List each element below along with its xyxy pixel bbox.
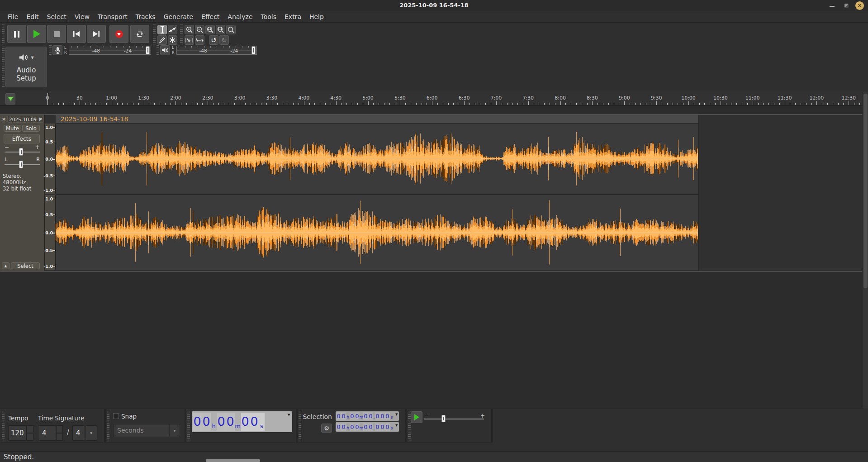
undo-button[interactable]: ↺ <box>209 35 218 45</box>
skip-to-end-button[interactable] <box>87 25 106 43</box>
timeline-ruler[interactable]: 0301:001:302:002:303:003:304:004:305:005… <box>47 92 862 105</box>
gain-slider-handle[interactable] <box>19 148 23 156</box>
time-digit[interactable]: 0 <box>250 413 259 431</box>
time-unit[interactable]: m <box>360 412 363 420</box>
multi-tool-button[interactable] <box>168 35 177 45</box>
time-digit[interactable]: 0 <box>385 412 390 420</box>
time-digit[interactable]: 0 <box>363 412 368 420</box>
time-digit[interactable]: 0 <box>375 423 380 431</box>
menu-item-effect[interactable]: Effect <box>197 11 223 23</box>
play-at-speed-button[interactable] <box>411 411 422 423</box>
time-digit[interactable]: 0 <box>193 413 202 431</box>
waveform-canvas-right[interactable] <box>56 195 698 270</box>
track-collapse-button[interactable]: ▲ <box>2 262 9 269</box>
vertical-scale-right-channel[interactable]: 1.00.50.0-0.5-1.0 <box>45 195 56 270</box>
tools-toolbar-grip[interactable] <box>153 24 156 45</box>
clip-title-bar[interactable]: 2025-10-09 16-54-18 <box>56 115 698 124</box>
recording-meter-bar[interactable]: -48-24 <box>69 46 151 55</box>
trim-audio-button[interactable] <box>185 35 194 45</box>
time-digit[interactable]: 0 <box>241 413 250 431</box>
menu-item-tracks[interactable]: Tracks <box>132 11 160 23</box>
snap-checkbox[interactable] <box>113 413 119 419</box>
play-button[interactable] <box>27 25 46 43</box>
ts-upper-input[interactable]: 4 <box>38 425 56 441</box>
time-digit[interactable]: 0 <box>350 423 355 431</box>
loop-button[interactable] <box>130 25 149 43</box>
playback-meter-speaker-button[interactable] <box>160 45 170 55</box>
fit-project-button[interactable] <box>216 25 225 34</box>
menu-item-file[interactable]: File <box>4 11 22 23</box>
time-digit[interactable]: 0 <box>350 412 355 420</box>
time-digit[interactable]: 0 <box>380 423 385 431</box>
time-digit[interactable]: 0 <box>217 413 226 431</box>
time-unit[interactable]: h <box>346 423 350 431</box>
selection-start-dropdown-icon[interactable]: ▼ <box>395 413 398 416</box>
time-digit[interactable]: 0 <box>368 423 373 431</box>
zoom-in-button[interactable] <box>185 25 194 34</box>
edit-toolbar-grip[interactable] <box>180 24 183 45</box>
close-button[interactable]: × <box>855 1 864 10</box>
vertical-scale-left-channel[interactable]: 1.00.50.0-0.5-1.0 <box>45 124 56 194</box>
maximize-button[interactable] <box>844 4 849 8</box>
track-close-button[interactable]: × <box>2 116 6 122</box>
transport-toolbar-grip[interactable] <box>2 24 5 45</box>
menu-item-help[interactable]: Help <box>305 11 328 23</box>
zoom-out-button[interactable] <box>195 25 204 34</box>
selection-options-button[interactable]: ⚙ <box>321 424 332 433</box>
time-unit[interactable]: s <box>390 412 394 420</box>
playback-meter-grip[interactable] <box>157 45 159 55</box>
vertical-scrollbar-thumb[interactable] <box>863 94 868 288</box>
horizontal-scrollbar-thumb[interactable] <box>206 459 260 462</box>
time-digit[interactable]: 0 <box>341 412 346 420</box>
stop-button[interactable] <box>47 25 66 43</box>
playback-volume-slider-handle[interactable] <box>251 46 256 54</box>
recording-meter-mic-button[interactable] <box>52 45 62 55</box>
selection-tool-button[interactable] <box>157 25 167 34</box>
track-select-button[interactable]: Select <box>11 262 40 269</box>
time-unit[interactable]: s <box>259 413 265 431</box>
time-digit[interactable]: 0 <box>368 412 373 420</box>
selection-end-dropdown-icon[interactable]: ▼ <box>395 424 398 427</box>
speed-slider-handle[interactable] <box>441 415 446 422</box>
menu-item-generate[interactable]: Generate <box>160 11 197 23</box>
recording-volume-slider-handle[interactable] <box>146 46 150 54</box>
time-digit[interactable]: 0 <box>375 412 380 420</box>
silence-audio-button[interactable] <box>195 35 204 45</box>
playback-meter-bar[interactable]: -48-24 <box>176 46 257 55</box>
envelope-tool-button[interactable] <box>168 25 177 34</box>
time-digit[interactable]: 0 <box>380 412 385 420</box>
audio-setup-button[interactable]: ▼ Audio Setup <box>5 47 47 87</box>
effects-button[interactable]: Effects <box>4 134 40 143</box>
tempo-spinner[interactable] <box>27 425 33 441</box>
menu-item-tools[interactable]: Tools <box>257 11 281 23</box>
skip-to-start-button[interactable] <box>67 25 86 43</box>
time-digit[interactable]: 0 <box>336 423 341 431</box>
waveform-left-channel[interactable] <box>56 124 698 194</box>
time-digit[interactable]: 0 <box>202 413 211 431</box>
minimize-button[interactable] <box>830 6 835 7</box>
time-unit[interactable]: s <box>390 423 394 431</box>
time-digit[interactable]: 0 <box>226 413 235 431</box>
pause-button[interactable] <box>7 25 26 43</box>
audio-setup-grip[interactable] <box>2 47 5 87</box>
time-unit[interactable]: m <box>235 413 241 431</box>
tempo-input[interactable]: 120 <box>8 425 27 441</box>
time-digit[interactable]: 0 <box>341 423 346 431</box>
time-toolbar-grip[interactable] <box>187 411 190 442</box>
timeline-options-button[interactable] <box>5 93 15 105</box>
ts-lower-input[interactable]: 4 <box>72 425 85 441</box>
menu-item-analyze[interactable]: Analyze <box>223 11 256 23</box>
speed-slider-track[interactable] <box>424 419 484 419</box>
ts-lower-dropdown-button[interactable]: ▾ <box>85 425 97 441</box>
time-signature-grip[interactable] <box>2 411 5 442</box>
ts-upper-spinner[interactable] <box>56 425 63 441</box>
menu-item-transport[interactable]: Transport <box>94 11 132 23</box>
selection-start-field[interactable]: 00h00m00.000s <box>336 411 399 421</box>
waveform-canvas-left[interactable] <box>56 124 698 194</box>
menu-item-edit[interactable]: Edit <box>22 11 43 23</box>
time-digit[interactable]: 0 <box>363 423 368 431</box>
menu-item-select[interactable]: Select <box>43 11 71 23</box>
time-format-dropdown-icon[interactable]: ▼ <box>288 414 290 417</box>
time-unit[interactable]: h <box>346 412 350 420</box>
selection-grip[interactable] <box>299 411 301 442</box>
